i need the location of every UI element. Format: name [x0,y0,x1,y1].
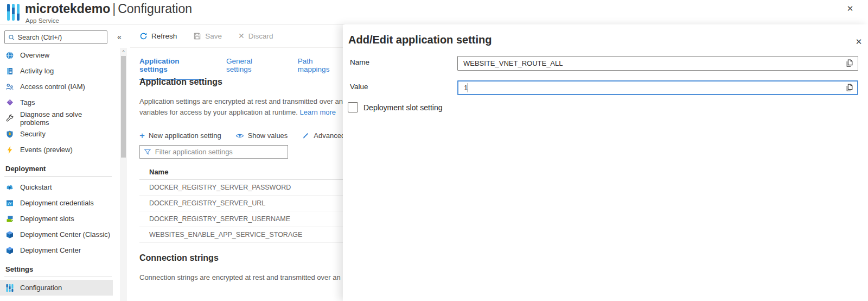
blade-header: microtekdemo|Configuration App Service [0,0,344,24]
cube-icon [5,230,14,239]
value-label: Value [350,83,368,91]
lightning-icon [5,146,14,154]
name-field-wrap [457,56,858,71]
sidebar-item-deployment-center[interactable]: Deployment Center [0,242,113,258]
discard-button[interactable]: ✕ Discard [238,32,273,40]
tab-application-settings[interactable]: Application settings [139,57,204,80]
discard-label: Discard [248,32,273,40]
table-row[interactable]: DOCKER_REGISTRY_SERVER_PASSWORD [139,180,343,196]
connection-strings-heading: Connection strings [139,253,219,263]
slots-icon [5,215,14,223]
cloud-bolt-icon [5,183,14,192]
sidebar-item-tags[interactable]: Tags [0,95,113,110]
show-values-button[interactable]: Show values [235,131,288,140]
refresh-button[interactable]: Refresh [139,32,177,40]
advanced-edit-button[interactable]: Advanced edit [302,131,343,140]
sidebar-item-overview[interactable]: Overview [0,47,113,63]
tab-general-settings[interactable]: General settings [226,57,276,80]
save-button[interactable]: Save [193,32,222,40]
filter-settings-field[interactable] [139,145,288,159]
text-caret [468,83,468,92]
name-input[interactable] [457,56,858,71]
deployment-slot-checkbox-label: Deployment slot setting [363,103,443,112]
copy-icon[interactable] [845,83,854,92]
sidebar-item-label: Deployment Center [20,246,81,254]
sidebar-item-configuration[interactable]: Configuration [0,280,113,296]
save-label: Save [205,32,222,40]
settings-actions: + New application setting Show values Ad… [139,131,343,140]
sidebar-item-deployment-slots[interactable]: Deployment slots [0,211,113,227]
sidebar-item-label: Events (preview) [20,146,73,154]
sidebar-item-activity-log[interactable]: Activity log [0,63,113,79]
sidebar-item-diagnose[interactable]: Diagnose and solve problems [0,110,113,126]
copy-icon[interactable] [845,59,854,68]
pencil-icon [302,131,310,140]
deployment-slot-setting-row[interactable]: Deployment slot setting [348,102,443,112]
value-field-wrap [457,80,858,95]
sidebar-nav: Overview Activity log Access control (IA… [0,47,113,296]
cube-icon [5,246,14,255]
table-row[interactable]: DOCKER_REGISTRY_SERVER_URL [139,196,343,211]
scrollbar-thumb[interactable] [121,56,126,158]
table-row[interactable]: WEBSITES_ENABLE_APP_SERVICE_STORAGE [139,227,343,243]
sidebar-item-events[interactable]: Events (preview) [0,142,113,158]
resource-name: microtekdemo [25,2,110,16]
sidebar-item-label: Quickstart [20,183,52,191]
value-input[interactable] [457,80,858,95]
activity-log-icon [5,67,14,76]
table-row[interactable]: DOCKER_REGISTRY_SERVER_USERNAME [139,211,343,227]
add-edit-setting-panel: Add/Edit application setting ✕ Name Valu… [343,24,868,301]
search-icon [8,34,15,41]
command-bar: Refresh Save ✕ Discard [130,24,343,48]
sidebar: Overview Activity log Access control (IA… [0,24,113,301]
discard-x-icon: ✕ [238,32,245,40]
sidebar-section-settings: Settings [0,258,113,277]
pivot-tabs: Application settings General settings Pa… [139,57,343,80]
configuration-bars-icon [7,4,20,21]
deployment-slot-checkbox[interactable] [348,102,358,112]
sidebar-item-label: Tags [20,98,35,106]
sidebar-item-deployment-credentials[interactable]: Deployment credentials [0,195,113,211]
tab-path-mappings[interactable]: Path mappings [298,57,343,80]
sidebar-scrollbar[interactable]: ^ [120,48,127,301]
scrollbar-up-arrow[interactable]: ^ [120,48,127,56]
wrench-icon [5,114,14,123]
sidebar-item-access-control[interactable]: Access control (IAM) [0,79,113,95]
learn-more-link[interactable]: Learn more [300,108,336,116]
shield-icon [5,130,14,139]
sidebar-item-label: Access control (IAM) [20,83,85,91]
application-settings-table: Name DOCKER_REGISTRY_SERVER_PASSWORD DOC… [139,165,343,243]
refresh-icon [139,32,148,40]
configuration-bars-icon [5,284,14,292]
name-label: Name [350,58,369,66]
sidebar-item-security[interactable]: Security [0,126,113,142]
close-icon[interactable]: ✕ [845,3,856,14]
section-divider [4,176,112,177]
globe-icon [5,51,14,60]
sidebar-section-deployment: Deployment [0,158,113,176]
people-icon [5,83,14,91]
sidebar-item-deployment-center-classic[interactable]: Deployment Center (Classic) [0,227,113,242]
sidebar-item-label: Security [20,130,46,138]
sidebar-search[interactable] [4,30,107,44]
eye-icon [235,131,244,140]
sidebar-item-label: Deployment credentials [20,199,94,207]
title-separator: | [110,2,118,16]
sidebar-item-label: Configuration [20,284,62,292]
filter-input[interactable] [155,148,284,156]
sidebar-item-quickstart[interactable]: Quickstart [0,179,113,195]
collapse-sidebar-button[interactable]: « [114,32,124,42]
sidebar-item-label: Diagnose and solve problems [20,110,113,127]
refresh-label: Refresh [151,32,177,40]
page-title: microtekdemo|Configuration [25,2,192,16]
configuration-blade: Refresh Save ✕ Discard Application setti… [130,24,343,301]
new-application-setting-button[interactable]: + New application setting [139,131,221,140]
close-icon[interactable]: ✕ [853,36,864,47]
search-input[interactable] [18,34,104,41]
plus-icon: + [139,131,145,140]
table-header-name: Name [139,165,343,180]
save-icon [193,32,201,40]
sidebar-item-label: Deployment Center (Classic) [20,230,110,239]
application-settings-heading: Application settings [139,77,222,87]
connection-strings-description: Connection strings are encrypted at rest… [139,272,341,283]
